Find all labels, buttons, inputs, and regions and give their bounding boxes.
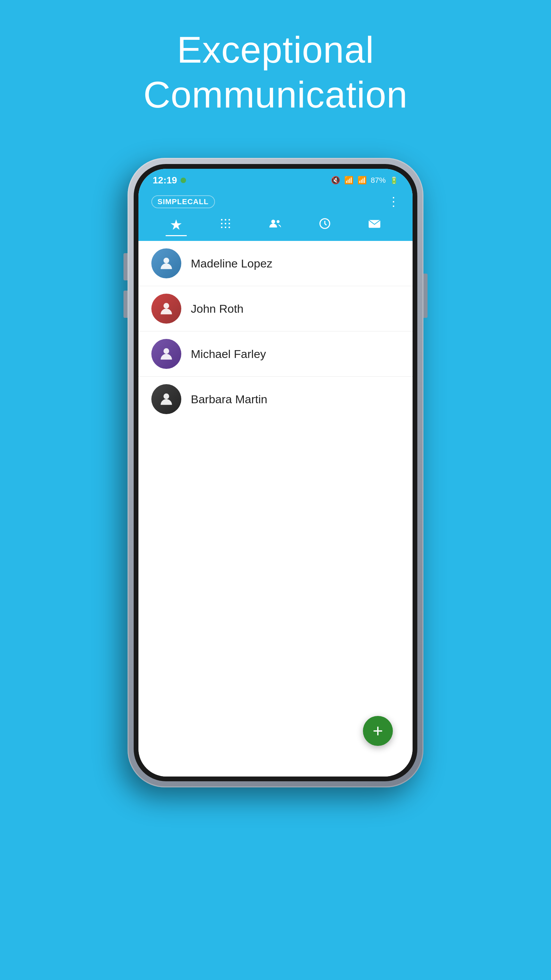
power-button[interactable] <box>424 274 427 318</box>
tab-contacts[interactable] <box>264 215 286 235</box>
signal-icon: 📶 <box>357 176 367 185</box>
battery-icon: 🔋 <box>390 176 398 185</box>
svg-point-13 <box>164 258 169 263</box>
contact-name-michael-farley: Michael Farley <box>191 347 266 361</box>
phone-inner-bezel: 12:19 🔇 📶 📶 87% 🔋 <box>134 164 417 781</box>
status-time: 12:19 <box>153 175 186 186</box>
svg-point-10 <box>276 220 279 223</box>
active-indicator <box>181 178 186 183</box>
contact-item[interactable]: Barbara Martin <box>138 377 413 422</box>
wifi-icon: 📶 <box>344 176 353 185</box>
phone-mockup: 12:19 🔇 📶 📶 87% 🔋 <box>127 158 424 788</box>
tab-messages[interactable] <box>364 215 385 235</box>
status-icons: 🔇 📶 📶 87% 🔋 <box>331 176 398 185</box>
battery-text: 87% <box>371 176 386 185</box>
app-header: SIMPLECALL ⋮ ★ <box>138 192 413 241</box>
svg-point-6 <box>221 227 222 228</box>
mute-icon: 🔇 <box>331 176 340 185</box>
contacts-list: Madeline Lopez John Roth <box>138 241 413 776</box>
headline-line1: Exceptional <box>143 27 408 72</box>
add-contact-fab[interactable]: + <box>363 716 393 746</box>
contact-name-madeline-lopez: Madeline Lopez <box>191 257 272 270</box>
contacts-icon <box>268 217 282 233</box>
app-brand-row: SIMPLECALL ⋮ <box>151 195 400 208</box>
volume-up-button[interactable] <box>124 253 127 280</box>
phone-outer-shell: 12:19 🔇 📶 📶 87% 🔋 <box>127 158 424 788</box>
contact-item[interactable]: John Roth <box>138 286 413 331</box>
phone-screen: 12:19 🔇 📶 📶 87% 🔋 <box>138 169 413 776</box>
tab-dialpad[interactable] <box>215 215 236 235</box>
svg-point-5 <box>228 223 230 224</box>
contact-item[interactable]: Michael Farley <box>138 331 413 377</box>
avatar-madeline-lopez <box>151 248 181 278</box>
status-bar: 12:19 🔇 📶 📶 87% 🔋 <box>138 169 413 192</box>
messages-icon <box>368 217 381 233</box>
svg-point-0 <box>221 219 222 221</box>
avatar-michael-farley <box>151 339 181 369</box>
nav-tabs: ★ <box>151 215 400 236</box>
headline-line2: Communication <box>143 72 408 117</box>
volume-down-button[interactable] <box>124 291 127 318</box>
history-icon <box>318 217 331 233</box>
headline: Exceptional Communication <box>143 27 408 117</box>
avatar-barbara-martin <box>151 384 181 414</box>
svg-point-16 <box>164 393 169 399</box>
dialpad-icon <box>219 217 232 233</box>
svg-point-9 <box>272 220 275 224</box>
app-brand-label: SIMPLECALL <box>151 195 215 208</box>
svg-point-2 <box>228 219 230 221</box>
svg-point-3 <box>221 223 222 224</box>
tab-favorites[interactable]: ★ <box>166 215 187 236</box>
tab-history[interactable] <box>314 215 335 235</box>
svg-point-14 <box>164 303 169 309</box>
more-options-button[interactable]: ⋮ <box>387 196 400 208</box>
svg-point-8 <box>228 227 230 228</box>
avatar-john-roth <box>151 294 181 324</box>
svg-point-1 <box>224 219 226 221</box>
star-icon: ★ <box>170 217 183 233</box>
svg-point-4 <box>224 223 226 224</box>
contact-name-barbara-martin: Barbara Martin <box>191 393 267 406</box>
contact-item[interactable]: Madeline Lopez <box>138 241 413 286</box>
contact-name-john-roth: John Roth <box>191 302 243 315</box>
svg-point-15 <box>164 348 169 354</box>
svg-point-7 <box>224 227 226 228</box>
home-indicator <box>248 766 303 769</box>
time-text: 12:19 <box>153 175 177 186</box>
